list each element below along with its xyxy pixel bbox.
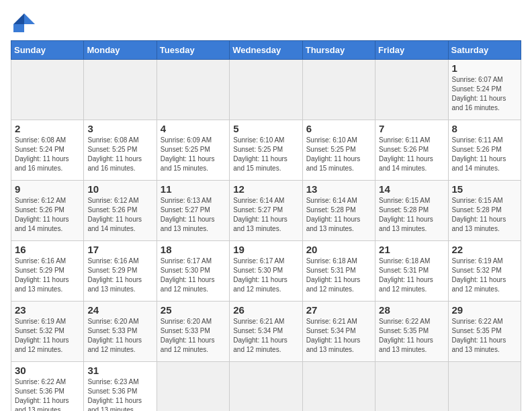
calendar-cell: [157, 362, 229, 412]
day-info: Sunrise: 6:11 AM Sunset: 5:26 PM Dayligh…: [379, 136, 444, 173]
calendar-cell: 21Sunrise: 6:18 AM Sunset: 5:31 PM Dayli…: [375, 241, 448, 302]
day-number: 3: [87, 123, 152, 134]
calendar-cell: [375, 60, 448, 120]
calendar-cell: 29Sunrise: 6:22 AM Sunset: 5:35 PM Dayli…: [448, 302, 521, 362]
calendar-cell: 6Sunrise: 6:10 AM Sunset: 5:25 PM Daylig…: [302, 120, 375, 181]
day-info: Sunrise: 6:19 AM Sunset: 5:32 PM Dayligh…: [15, 317, 80, 355]
day-info: Sunrise: 6:15 AM Sunset: 5:28 PM Dayligh…: [379, 196, 444, 234]
calendar-cell: 1Sunrise: 6:07 AM Sunset: 5:24 PM Daylig…: [448, 60, 521, 120]
day-number: 25: [161, 304, 226, 316]
calendar-cell: [230, 362, 302, 412]
day-number: 1: [452, 62, 517, 74]
day-info: Sunrise: 6:16 AM Sunset: 5:29 PM Dayligh…: [87, 257, 152, 294]
header-day-monday: Monday: [84, 41, 157, 60]
day-number: 4: [161, 123, 226, 134]
calendar-cell: 28Sunrise: 6:22 AM Sunset: 5:35 PM Dayli…: [375, 302, 448, 362]
calendar-cell: 4Sunrise: 6:09 AM Sunset: 5:25 PM Daylig…: [157, 120, 229, 181]
day-number: 31: [87, 365, 152, 376]
day-info: Sunrise: 6:12 AM Sunset: 5:26 PM Dayligh…: [15, 196, 80, 234]
header-day-sunday: Sunday: [11, 41, 84, 60]
calendar-cell: 5Sunrise: 6:10 AM Sunset: 5:25 PM Daylig…: [230, 120, 302, 181]
calendar-header: SundayMondayTuesdayWednesdayThursdayFrid…: [11, 41, 521, 60]
day-number: 5: [233, 123, 298, 134]
calendar-cell: 26Sunrise: 6:21 AM Sunset: 5:34 PM Dayli…: [230, 302, 302, 362]
calendar-cell: 23Sunrise: 6:19 AM Sunset: 5:32 PM Dayli…: [11, 302, 84, 362]
day-number: 14: [379, 183, 444, 195]
day-info: Sunrise: 6:22 AM Sunset: 5:35 PM Dayligh…: [452, 317, 517, 355]
calendar-cell: 11Sunrise: 6:13 AM Sunset: 5:27 PM Dayli…: [157, 181, 229, 241]
day-info: Sunrise: 6:23 AM Sunset: 5:36 PM Dayligh…: [87, 377, 152, 411]
calendar-week-5: 30Sunrise: 6:22 AM Sunset: 5:36 PM Dayli…: [11, 362, 521, 412]
calendar-cell: 9Sunrise: 6:12 AM Sunset: 5:26 PM Daylig…: [11, 181, 84, 241]
day-number: 18: [161, 244, 226, 255]
day-info: Sunrise: 6:22 AM Sunset: 5:35 PM Dayligh…: [379, 317, 444, 355]
calendar-cell: 7Sunrise: 6:11 AM Sunset: 5:26 PM Daylig…: [375, 120, 448, 181]
day-number: 7: [379, 123, 444, 134]
day-info: Sunrise: 6:12 AM Sunset: 5:26 PM Dayligh…: [87, 196, 152, 234]
calendar-cell: 27Sunrise: 6:21 AM Sunset: 5:34 PM Dayli…: [302, 302, 375, 362]
calendar-cell: 25Sunrise: 6:20 AM Sunset: 5:33 PM Dayli…: [157, 302, 229, 362]
day-info: Sunrise: 6:15 AM Sunset: 5:28 PM Dayligh…: [452, 196, 517, 234]
calendar-cell: 10Sunrise: 6:12 AM Sunset: 5:26 PM Dayli…: [84, 181, 157, 241]
page-header: [11, 11, 521, 35]
logo-icon: [11, 11, 35, 35]
day-info: Sunrise: 6:18 AM Sunset: 5:31 PM Dayligh…: [306, 257, 371, 294]
calendar-cell: 3Sunrise: 6:08 AM Sunset: 5:25 PM Daylig…: [84, 120, 157, 181]
calendar-cell: 24Sunrise: 6:20 AM Sunset: 5:33 PM Dayli…: [84, 302, 157, 362]
day-number: 9: [15, 183, 80, 195]
calendar-week-3: 16Sunrise: 6:16 AM Sunset: 5:29 PM Dayli…: [11, 241, 521, 302]
calendar-week-1: 2Sunrise: 6:08 AM Sunset: 5:24 PM Daylig…: [11, 120, 521, 181]
day-info: Sunrise: 6:21 AM Sunset: 5:34 PM Dayligh…: [306, 317, 371, 355]
calendar-cell: 2Sunrise: 6:08 AM Sunset: 5:24 PM Daylig…: [11, 120, 84, 181]
day-info: Sunrise: 6:21 AM Sunset: 5:34 PM Dayligh…: [233, 317, 298, 355]
day-number: 13: [306, 183, 371, 195]
day-number: 17: [87, 244, 152, 255]
calendar-cell: [157, 60, 229, 120]
svg-rect-2: [13, 24, 24, 32]
calendar-cell: 16Sunrise: 6:16 AM Sunset: 5:29 PM Dayli…: [11, 241, 84, 302]
day-info: Sunrise: 6:22 AM Sunset: 5:36 PM Dayligh…: [15, 377, 80, 411]
logo: [11, 11, 38, 35]
header-day-wednesday: Wednesday: [230, 41, 302, 60]
day-number: 24: [87, 304, 152, 316]
day-number: 16: [15, 244, 80, 255]
day-number: 26: [233, 304, 298, 316]
day-number: 23: [15, 304, 80, 316]
calendar-week-0: 1Sunrise: 6:07 AM Sunset: 5:24 PM Daylig…: [11, 60, 521, 120]
calendar-cell: [302, 362, 375, 412]
calendar-cell: [84, 60, 157, 120]
day-number: 6: [306, 123, 371, 134]
calendar-table: SundayMondayTuesdayWednesdayThursdayFrid…: [11, 40, 521, 411]
day-info: Sunrise: 6:14 AM Sunset: 5:28 PM Dayligh…: [306, 196, 371, 234]
calendar-cell: 31Sunrise: 6:23 AM Sunset: 5:36 PM Dayli…: [84, 362, 157, 412]
calendar-cell: 17Sunrise: 6:16 AM Sunset: 5:29 PM Dayli…: [84, 241, 157, 302]
day-info: Sunrise: 6:18 AM Sunset: 5:31 PM Dayligh…: [379, 257, 444, 294]
day-info: Sunrise: 6:11 AM Sunset: 5:26 PM Dayligh…: [452, 136, 517, 173]
header-row: SundayMondayTuesdayWednesdayThursdayFrid…: [11, 41, 521, 60]
calendar-cell: 22Sunrise: 6:19 AM Sunset: 5:32 PM Dayli…: [448, 241, 521, 302]
day-number: 20: [306, 244, 371, 255]
day-number: 29: [452, 304, 517, 316]
day-number: 10: [87, 183, 152, 195]
day-info: Sunrise: 6:10 AM Sunset: 5:25 PM Dayligh…: [233, 136, 298, 173]
calendar-cell: [448, 362, 521, 412]
day-info: Sunrise: 6:17 AM Sunset: 5:30 PM Dayligh…: [233, 257, 298, 294]
day-info: Sunrise: 6:13 AM Sunset: 5:27 PM Dayligh…: [161, 196, 226, 234]
calendar-cell: [230, 60, 302, 120]
calendar-cell: [375, 362, 448, 412]
day-number: 12: [233, 183, 298, 195]
calendar-cell: 18Sunrise: 6:17 AM Sunset: 5:30 PM Dayli…: [157, 241, 229, 302]
header-day-tuesday: Tuesday: [157, 41, 229, 60]
day-number: 11: [161, 183, 226, 195]
day-number: 8: [452, 123, 517, 134]
calendar-cell: 20Sunrise: 6:18 AM Sunset: 5:31 PM Dayli…: [302, 241, 375, 302]
calendar-cell: [302, 60, 375, 120]
day-info: Sunrise: 6:20 AM Sunset: 5:33 PM Dayligh…: [87, 317, 152, 355]
calendar-cell: 14Sunrise: 6:15 AM Sunset: 5:28 PM Dayli…: [375, 181, 448, 241]
day-number: 2: [15, 123, 80, 134]
calendar-week-2: 9Sunrise: 6:12 AM Sunset: 5:26 PM Daylig…: [11, 181, 521, 241]
day-info: Sunrise: 6:10 AM Sunset: 5:25 PM Dayligh…: [306, 136, 371, 173]
calendar-week-4: 23Sunrise: 6:19 AM Sunset: 5:32 PM Dayli…: [11, 302, 521, 362]
calendar-cell: 19Sunrise: 6:17 AM Sunset: 5:30 PM Dayli…: [230, 241, 302, 302]
calendar-cell: 12Sunrise: 6:14 AM Sunset: 5:27 PM Dayli…: [230, 181, 302, 241]
